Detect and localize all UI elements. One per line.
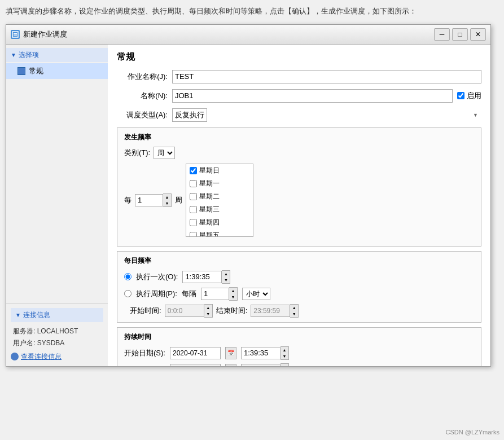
weekday-wednesday-label: 星期三 — [199, 205, 220, 214]
sidebar-choose-label: 选择项 — [19, 50, 39, 60]
weekday-friday: 星期五 — [186, 229, 253, 237]
per-decrement-btn[interactable]: ▼ — [163, 200, 171, 206]
window: 新建作业调度 ─ □ ✕ ▼ 选择项 常规 ▼ — [6, 24, 491, 367]
weekday-monday: 星期一 — [186, 177, 253, 190]
start-date-label: 开始日期(S): — [124, 348, 165, 358]
schedule-type-row: 调度类型(A): 反复执行 一次 每天 每周 每月 — [117, 108, 481, 122]
weekday-sunday-label: 星期日 — [199, 166, 220, 175]
weekday-wednesday: 星期三 — [186, 203, 253, 216]
daily-freq-group: 每日频率 执行一次(O): ▲ ▼ 执行周期(P — [117, 251, 481, 323]
svg-rect-0 — [12, 32, 18, 37]
weekday-tuesday-checkbox[interactable] — [190, 193, 197, 200]
end-time-spinner-btns: ▲ ▼ — [290, 304, 299, 318]
weekday-monday-label: 星期一 — [199, 179, 220, 188]
end-time-spinner: ▲ ▼ — [251, 304, 299, 318]
job-name-row: 作业名称(J): — [117, 70, 481, 83]
once-time-spinner-btns: ▲ ▼ — [222, 270, 230, 284]
job-name-input[interactable] — [172, 70, 481, 83]
per-increment-btn[interactable]: ▲ — [163, 194, 171, 200]
duration-group: 持续时间 开始日期(S): 📅 ▲ ▼ 结束日期 — [117, 327, 481, 366]
sidebar-item-general[interactable]: 常规 — [6, 63, 108, 79]
start-date-time-decrement-btn[interactable]: ▼ — [281, 353, 288, 359]
name-input[interactable] — [172, 89, 453, 103]
per-row: 每 ▲ ▼ 周 星期日 — [124, 164, 474, 237]
weekday-thursday: 星期四 — [186, 216, 253, 229]
weekday-sunday: 星期日 — [186, 164, 253, 177]
no-end-label[interactable]: 无结束日期 — [293, 365, 340, 366]
weekday-sunday-checkbox[interactable] — [190, 167, 197, 174]
sidebar-conn-section: ▼ 连接信息 服务器: LOCALHOST 用户名: SYSDBA 查看连接信息 — [6, 303, 108, 366]
weekday-tuesday-label: 星期二 — [199, 192, 220, 201]
schedule-type-select-wrapper: 反复执行 一次 每天 每周 每月 — [172, 108, 481, 122]
category-label: 类别(T): — [124, 148, 150, 158]
schedule-type-label: 调度类型(A): — [117, 110, 168, 120]
end-time-increment-btn[interactable]: ▲ — [290, 305, 298, 311]
start-date-time-spinner: ▲ ▼ — [241, 346, 289, 360]
start-time-input[interactable] — [165, 305, 204, 317]
sidebar-item-general-icon — [17, 67, 25, 75]
end-time-decrement-btn[interactable]: ▼ — [290, 311, 298, 317]
weekday-friday-checkbox[interactable] — [190, 232, 197, 237]
per-input[interactable] — [135, 194, 163, 206]
start-date-calendar-btn[interactable]: 📅 — [225, 347, 236, 359]
schedule-type-select[interactable]: 反复执行 一次 每天 每周 每月 — [172, 108, 207, 122]
period-unit-select[interactable]: 小时 分钟 秒 — [242, 288, 270, 300]
content-area: ▼ 选择项 常规 ▼ 连接信息 服务器: LOCALHOST 用户名: SYSD… — [6, 45, 490, 366]
once-decrement-btn[interactable]: ▼ — [222, 277, 230, 283]
once-increment-btn[interactable]: ▲ — [222, 271, 230, 277]
end-date-time-input[interactable] — [241, 364, 281, 366]
titlebar-left: 新建作业调度 — [11, 29, 67, 39]
duration-title: 持续时间 — [124, 332, 474, 342]
user-info: 用户名: SYSDBA — [13, 337, 101, 350]
end-date-row: 结束日期(E): 📅 ▲ ▼ 无结束日期 — [124, 363, 474, 366]
period-increment-btn[interactable]: ▲ — [229, 288, 237, 294]
weekday-thursday-label: 星期四 — [199, 218, 220, 227]
period-radio[interactable] — [124, 290, 132, 297]
start-date-time-increment-btn[interactable]: ▲ — [281, 347, 288, 353]
maximize-button[interactable]: □ — [452, 28, 468, 41]
sidebar: ▼ 选择项 常规 ▼ 连接信息 服务器: LOCALHOST 用户名: SYSD… — [6, 45, 108, 366]
end-date-calendar-btn[interactable]: 📅 — [225, 364, 236, 366]
minimize-button[interactable]: ─ — [434, 28, 450, 41]
sidebar-conn-header: ▼ 连接信息 — [11, 308, 103, 322]
close-button[interactable]: ✕ — [470, 28, 486, 41]
weekday-list-container: 星期日 星期一 星期二 — [186, 164, 253, 237]
weekday-wednesday-checkbox[interactable] — [190, 206, 197, 213]
name-row: 名称(N): 启用 — [117, 89, 481, 103]
once-radio[interactable] — [124, 273, 132, 280]
end-date-time-increment-btn[interactable]: ▲ — [281, 364, 288, 366]
period-every-label: 每隔 — [182, 289, 196, 299]
start-date-time-input[interactable] — [241, 347, 281, 359]
period-value-input[interactable] — [201, 288, 229, 300]
start-time-spinner-btns: ▲ ▼ — [204, 304, 213, 318]
freq-group-title: 发生频率 — [124, 133, 474, 142]
category-select[interactable]: 日 周 月 — [154, 147, 175, 159]
freq-group: 发生频率 类别(T): 日 周 月 每 ▲ ▼ — [117, 127, 481, 247]
enable-checkbox-label[interactable]: 启用 — [457, 91, 481, 101]
svg-rect-2 — [14, 34, 17, 36]
per-label: 每 — [124, 195, 132, 205]
main-panel: 常规 作业名称(J): 名称(N): 启用 调度类型(A): — [108, 45, 490, 366]
weekday-thursday-checkbox[interactable] — [190, 219, 197, 226]
once-row: 执行一次(O): ▲ ▼ — [124, 270, 474, 284]
conn-link[interactable]: 查看连接信息 — [11, 352, 103, 362]
start-time-decrement-btn[interactable]: ▼ — [204, 311, 212, 317]
once-time-input[interactable] — [182, 271, 222, 283]
period-decrement-btn[interactable]: ▼ — [229, 294, 237, 300]
enable-checkbox[interactable] — [457, 92, 464, 99]
window-title: 新建作业调度 — [23, 29, 67, 39]
end-date-time-spinner: ▲ ▼ — [241, 363, 289, 366]
window-controls: ─ □ ✕ — [434, 28, 486, 41]
conn-link-label: 查看连接信息 — [21, 352, 62, 362]
end-time-input[interactable] — [251, 305, 290, 317]
period-spinner-btns: ▲ ▼ — [229, 287, 238, 301]
sidebar-conn-label: 连接信息 — [23, 310, 50, 320]
end-date-input[interactable] — [170, 364, 221, 366]
start-date-input[interactable] — [170, 347, 221, 359]
start-time-increment-btn[interactable]: ▲ — [204, 305, 212, 311]
once-label: 执行一次(O): — [136, 272, 178, 282]
weekday-monday-checkbox[interactable] — [190, 180, 197, 187]
enable-label: 启用 — [467, 91, 481, 101]
daily-freq-title: 每日频率 — [124, 256, 474, 266]
per-spinner: ▲ ▼ — [135, 193, 172, 207]
